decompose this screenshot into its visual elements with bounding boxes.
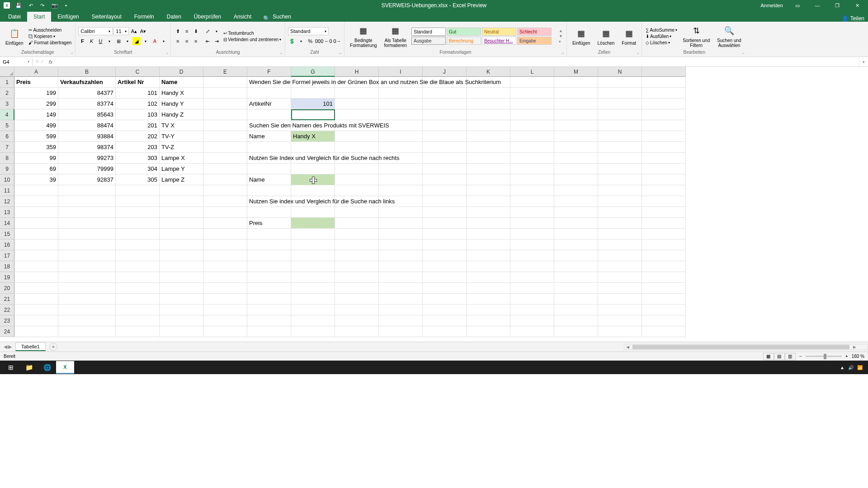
cell-M11[interactable]: [554, 185, 598, 196]
cell-M22[interactable]: [554, 305, 598, 315]
cell-D16[interactable]: [160, 239, 203, 250]
cell-C5[interactable]: 201: [116, 120, 160, 131]
zoom-out-button[interactable]: −: [799, 354, 802, 359]
cell-A14[interactable]: [14, 218, 58, 229]
cell-C13[interactable]: [116, 207, 160, 218]
cell-J2[interactable]: [423, 88, 467, 99]
col-header-F[interactable]: F: [247, 67, 291, 77]
cell-M23[interactable]: [554, 315, 598, 326]
cell-K9[interactable]: [467, 164, 510, 174]
percent-button[interactable]: %: [306, 37, 314, 45]
cell-N21[interactable]: [598, 294, 642, 305]
cell-H2[interactable]: [335, 88, 379, 99]
cell-J5[interactable]: [423, 120, 467, 131]
currency-button[interactable]: 💲: [288, 37, 296, 45]
row-header-22[interactable]: 22: [0, 305, 14, 315]
cell-L18[interactable]: [510, 261, 554, 272]
horizontal-scrollbar[interactable]: ◀ ▶: [624, 344, 868, 350]
cell-J23[interactable]: [423, 315, 467, 326]
font-color-button[interactable]: A: [151, 37, 159, 45]
row-header-23[interactable]: 23: [0, 315, 14, 326]
row-header-18[interactable]: 18: [0, 261, 14, 272]
cell-D5[interactable]: TV X: [160, 120, 203, 131]
cell-N4[interactable]: [598, 109, 642, 120]
cell-G7[interactable]: [291, 142, 335, 153]
cell-F4[interactable]: [247, 109, 291, 120]
cell-F1[interactable]: Wenden Sie die Formel jeweils in der Grü…: [247, 77, 291, 88]
cell-C6[interactable]: 202: [116, 131, 160, 142]
cell-I15[interactable]: [379, 229, 423, 239]
signin-link[interactable]: Anmelden: [757, 1, 787, 10]
font-size-select[interactable]: 11▾: [113, 27, 129, 35]
cell-L1[interactable]: [510, 77, 554, 88]
cell-M19[interactable]: [554, 272, 598, 283]
sheet-tab-tabelle1[interactable]: Tabelle1: [15, 343, 46, 351]
cell-H18[interactable]: [335, 261, 379, 272]
tab-daten[interactable]: Daten: [160, 12, 188, 22]
col-header-M[interactable]: M: [554, 67, 598, 77]
col-header-K[interactable]: K: [467, 67, 510, 77]
cell-I24[interactable]: [379, 326, 423, 337]
col-header-G[interactable]: G: [291, 67, 335, 77]
fx-icon[interactable]: fx: [47, 59, 55, 65]
cell-N1[interactable]: [598, 77, 642, 88]
cell-E14[interactable]: [203, 218, 247, 229]
conditional-formatting-button[interactable]: ▦ Bedingte Formatierung: [347, 23, 379, 50]
start-button[interactable]: ⊞: [2, 361, 20, 374]
col-header-L[interactable]: L: [510, 67, 554, 77]
cell-C2[interactable]: 101: [116, 88, 160, 99]
cell-I3[interactable]: [379, 99, 423, 109]
cell-F3[interactable]: ArtikelNr: [247, 99, 291, 109]
merge-center-button[interactable]: ⊟Verbinden und zentrieren▾: [222, 37, 282, 42]
cell-E16[interactable]: [203, 239, 247, 250]
cell-J24[interactable]: [423, 326, 467, 337]
cell-I6[interactable]: [379, 131, 423, 142]
cell-G21[interactable]: [291, 294, 335, 305]
cell-D6[interactable]: TV-Y: [160, 131, 203, 142]
scroll-right-icon[interactable]: ▶: [851, 345, 858, 349]
row-header-19[interactable]: 19: [0, 272, 14, 283]
cell-K18[interactable]: [467, 261, 510, 272]
add-sheet-button[interactable]: +: [49, 343, 57, 351]
cell-A4[interactable]: 149: [14, 109, 58, 120]
cell-A13[interactable]: [14, 207, 58, 218]
cell-A15[interactable]: [14, 229, 58, 239]
cell-B2[interactable]: 84377: [58, 88, 116, 99]
cell-F10[interactable]: Name: [247, 174, 291, 185]
col-header-A[interactable]: A: [14, 67, 58, 77]
cell-F8[interactable]: Nutzen Sie Index und Vergleich für die S…: [247, 153, 291, 164]
cell-H23[interactable]: [335, 315, 379, 326]
orientation-dropdown[interactable]: ▾: [212, 27, 221, 35]
cell-J11[interactable]: [423, 185, 467, 196]
cell-B5[interactable]: 88474: [58, 120, 116, 131]
cell-J19[interactable]: [423, 272, 467, 283]
cell-D15[interactable]: [160, 229, 203, 239]
cell-E11[interactable]: [203, 185, 247, 196]
cell-I20[interactable]: [379, 283, 423, 294]
cell-C21[interactable]: [116, 294, 160, 305]
cell-N12[interactable]: [598, 196, 642, 207]
cell-C16[interactable]: [116, 239, 160, 250]
cell-C10[interactable]: 305: [116, 174, 160, 185]
cell-B24[interactable]: [58, 326, 116, 337]
cell-I13[interactable]: [379, 207, 423, 218]
cell-B18[interactable]: [58, 261, 116, 272]
cell-G10[interactable]: [291, 174, 335, 185]
cell-F7[interactable]: [247, 142, 291, 153]
cell-N22[interactable]: [598, 305, 642, 315]
cell-D9[interactable]: Lampe Y: [160, 164, 203, 174]
thousands-button[interactable]: 000: [315, 37, 323, 45]
undo-icon[interactable]: ↶: [27, 2, 35, 9]
align-left-button[interactable]: ≡: [174, 37, 182, 45]
gallery-more-icon[interactable]: ▾: [559, 39, 563, 44]
cell-C19[interactable]: [116, 272, 160, 283]
cell-G17[interactable]: [291, 250, 335, 261]
row-header-4[interactable]: 4: [0, 109, 14, 120]
cell-A2[interactable]: 199: [14, 88, 58, 99]
redo-icon[interactable]: ↷: [38, 2, 46, 9]
cell-F14[interactable]: Preis: [247, 218, 291, 229]
cell-J3[interactable]: [423, 99, 467, 109]
cell-G3[interactable]: 101: [291, 99, 335, 109]
align-right-button[interactable]: ≡: [192, 37, 200, 45]
decrease-font-button[interactable]: A▾: [139, 27, 147, 35]
